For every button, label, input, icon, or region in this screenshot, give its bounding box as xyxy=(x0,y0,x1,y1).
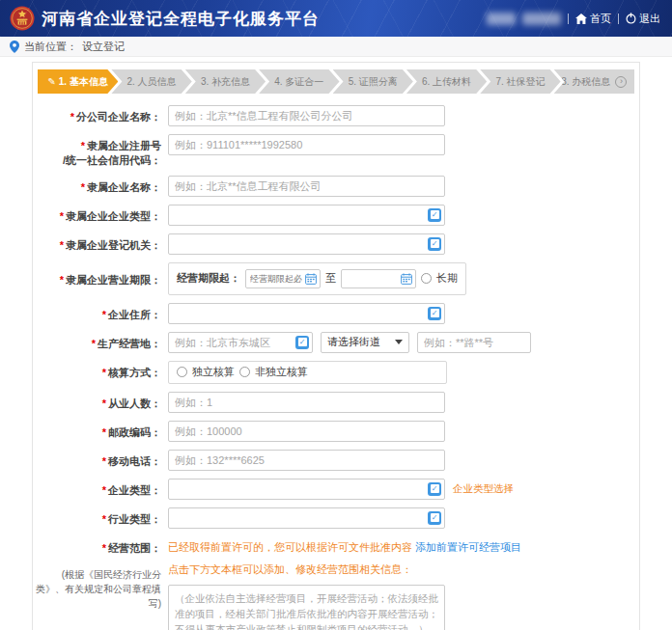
required-mark: * xyxy=(81,140,85,151)
field-label: *企业类型： xyxy=(36,479,161,498)
field-label: *隶属企业企业类型： xyxy=(36,205,161,224)
add-licensed-items-link[interactable]: 添加前置许可经营项目 xyxy=(415,541,521,553)
company-type-select-link[interactable]: 企业类型选择 xyxy=(453,482,514,496)
required-mark: * xyxy=(60,210,64,222)
power-icon xyxy=(626,13,636,24)
redacted-username xyxy=(522,13,561,25)
term-start-label: 经营期限起： xyxy=(177,271,240,286)
field-label: *企业住所： xyxy=(36,303,161,322)
field-label: *核算方式： xyxy=(36,361,161,380)
field-row: *生产经营地： ✓ 请选择街道 xyxy=(36,332,636,353)
more-steps-icon[interactable]: › xyxy=(615,76,627,88)
required-mark: * xyxy=(102,513,106,525)
street-select-value: 请选择街道 xyxy=(327,335,380,349)
picker-icon[interactable]: ✓ xyxy=(428,511,441,525)
company-type-input[interactable] xyxy=(168,479,445,500)
step-tab-license-separation[interactable]: 5. 证照分离 xyxy=(333,69,413,94)
parent-term-long-radio[interactable] xyxy=(421,273,432,284)
field-row: *分公司企业名称： xyxy=(36,105,636,126)
scope-note: (根据《国民经济行业分类》、有关规定和公司章程填写) xyxy=(36,567,161,611)
step-wizard: ✎ 1. 基本信息 2. 人员信息 3. 补充信息 4. 多证合一 5. 证照分… xyxy=(38,69,634,94)
step-label: 7. 社保登记 xyxy=(495,75,545,89)
step-tab-multi-certificate[interactable]: 4. 多证合一 xyxy=(259,69,339,94)
home-icon xyxy=(575,14,587,24)
field-label: *经营范围： (根据《国民经济行业分类》、有关规定和公司章程填写) xyxy=(36,536,161,611)
parent-type-input[interactable] xyxy=(168,205,445,226)
non-independent-accounting-radio[interactable] xyxy=(239,367,250,377)
step-label: 2. 人员信息 xyxy=(127,75,177,89)
step-label: 4. 多证合一 xyxy=(274,75,323,89)
step-label: 3. 补充信息 xyxy=(201,75,250,89)
employee-count-input[interactable] xyxy=(168,392,445,413)
required-mark: * xyxy=(102,484,106,496)
page-title: 河南省企业登记全程电子化服务平台 xyxy=(42,8,320,30)
required-mark: * xyxy=(102,542,106,554)
step-label: 8. 办税信息 xyxy=(561,75,610,89)
business-scope-textarea[interactable] xyxy=(168,585,445,630)
independent-accounting-radio[interactable] xyxy=(177,367,187,377)
field-label: *行业类型： xyxy=(36,507,161,527)
postcode-input[interactable] xyxy=(168,421,445,442)
address-detail-input[interactable] xyxy=(417,332,531,353)
nav-home-label: 首页 xyxy=(590,12,611,26)
field-label: *隶属企业名称： xyxy=(36,176,161,195)
required-mark: * xyxy=(102,367,106,378)
step-tab-upload-materials[interactable]: 6. 上传材料 xyxy=(406,69,487,94)
pencil-icon: ✎ xyxy=(47,76,55,87)
industry-type-input[interactable] xyxy=(168,507,445,529)
step-tab-personnel-info[interactable]: 2. 人员信息 xyxy=(111,69,191,94)
nav-logout-label: 退出 xyxy=(639,12,660,26)
picker-icon[interactable]: ✓ xyxy=(428,307,441,320)
branch-name-input[interactable] xyxy=(168,105,445,126)
street-select[interactable]: 请选择街道 xyxy=(321,332,409,353)
field-row: *经营范围： (根据《国民经济行业分类》、有关规定和公司章程填写) 已经取得前置… xyxy=(36,536,636,630)
step-label: 1. 基本信息 xyxy=(59,75,108,89)
required-mark: * xyxy=(102,426,106,438)
field-row: *核算方式： 独立核算 非独立核算 xyxy=(36,361,636,384)
step-tab-basic-info[interactable]: ✎ 1. 基本信息 xyxy=(38,69,118,94)
parent-name-input[interactable] xyxy=(168,176,445,197)
field-row: *从业人数： xyxy=(36,392,636,413)
accounting-group: 独立核算 非独立核算 xyxy=(168,361,447,384)
parent-term-long-label: 长期 xyxy=(436,271,458,286)
nav-home-link[interactable]: 首页 xyxy=(575,12,611,26)
picker-icon[interactable]: ✓ xyxy=(428,482,441,496)
parent-credit-code-input[interactable] xyxy=(168,134,445,155)
independent-accounting-label: 独立核算 xyxy=(192,365,235,379)
field-row: *邮政编码： xyxy=(36,421,636,442)
field-label: *邮政编码： xyxy=(36,421,161,440)
company-address-input[interactable] xyxy=(168,303,445,324)
location-pin-icon xyxy=(10,41,19,53)
field-label: *从业人数： xyxy=(36,392,161,411)
breadcrumb-current: 设立登记 xyxy=(82,40,125,54)
step-tab-tax-info[interactable]: 8. 办税信息 › xyxy=(554,69,634,94)
calendar-icon[interactable] xyxy=(401,273,412,285)
picker-icon[interactable]: ✓ xyxy=(428,237,441,251)
parent-authority-input[interactable] xyxy=(168,233,445,255)
term-to-label: 至 xyxy=(325,271,336,286)
step-tab-supplementary-info[interactable]: 3. 补充信息 xyxy=(185,69,266,94)
scope-hint-1: 已经取得前置许可的，您可以根据许可文件批准内容 xyxy=(168,541,412,553)
required-mark: * xyxy=(102,309,106,320)
nav-logout-link[interactable]: 退出 xyxy=(626,12,660,26)
picker-icon[interactable]: ✓ xyxy=(428,208,441,222)
national-emblem-icon xyxy=(10,6,35,31)
parent-term-group: 经营期限起： 至 xyxy=(168,262,466,295)
required-mark: * xyxy=(102,397,106,409)
field-row: *隶属企业名称： xyxy=(36,176,636,197)
calendar-icon[interactable] xyxy=(305,273,317,285)
redacted-username xyxy=(487,13,516,25)
step-tab-social-security[interactable]: 7. 社保登记 xyxy=(480,69,560,94)
district-input[interactable] xyxy=(168,332,313,353)
picker-icon[interactable]: ✓ xyxy=(295,336,309,349)
required-mark: * xyxy=(60,274,64,286)
mobile-phone-input[interactable] xyxy=(168,450,445,471)
step-label: 6. 上传材料 xyxy=(422,75,471,89)
field-row: *企业类型： ✓ 企业类型选择 xyxy=(36,479,636,500)
form-panel: ✎ 1. 基本信息 2. 人员信息 3. 补充信息 4. 多证合一 5. 证照分… xyxy=(32,62,640,630)
required-mark: * xyxy=(70,111,74,123)
required-mark: * xyxy=(102,455,106,467)
divider xyxy=(568,14,569,24)
field-row: *隶属企业登记机关： ✓ xyxy=(36,233,636,255)
field-label: *生产经营地： xyxy=(36,332,161,351)
